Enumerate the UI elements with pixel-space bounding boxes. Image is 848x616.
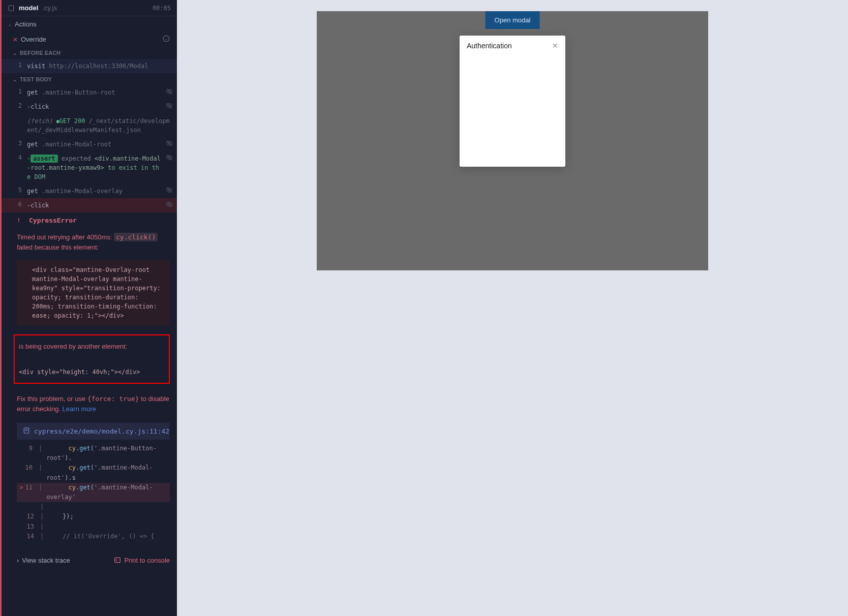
- command-row[interactable]: (fetch) ●GET 200 /_next/static/developme…: [2, 114, 177, 137]
- command-number: 1: [15, 88, 22, 95]
- command-row[interactable]: 5get .mantine-Modal-overlay: [2, 184, 177, 198]
- command-row[interactable]: 1 visit http://localhost:3300/Modal: [2, 59, 177, 73]
- line-number: 11: [23, 483, 35, 502]
- command-number: 3: [15, 140, 22, 147]
- line-number: 12: [24, 512, 36, 521]
- fetch-status: GET 200: [59, 117, 85, 125]
- command-row[interactable]: 3get .mantine-Modal-root: [2, 137, 177, 151]
- code-line: 14| // it('Override', () => {: [17, 532, 170, 541]
- print-to-console-button[interactable]: Print to console: [114, 557, 170, 564]
- chevron-down-icon: ⌄: [8, 21, 12, 27]
- line-code: cy.get('.mantine-Modal-overlay': [46, 483, 170, 502]
- visibility-icon[interactable]: [166, 154, 173, 163]
- visibility-icon[interactable]: [166, 187, 173, 195]
- command-keyword: get: [27, 89, 38, 96]
- covered-code: <div style="height: 40vh;"></div>: [19, 359, 165, 376]
- command-number: 2: [15, 102, 22, 109]
- file-name: model: [19, 4, 38, 12]
- error-mark: !: [17, 217, 24, 224]
- line-marker: [17, 444, 23, 463]
- line-code: [48, 502, 63, 512]
- visibility-icon[interactable]: [166, 88, 173, 97]
- command-arg: http://localhost:3300/Modal: [49, 63, 148, 70]
- error-element-code: <div class="mantine-Overlay-root mantine…: [17, 260, 170, 325]
- visibility-icon[interactable]: [166, 201, 173, 209]
- code-line: 9| cy.get('.mantine-Button-root').: [17, 444, 170, 463]
- actions-header[interactable]: ⌄ Actions: [2, 16, 177, 32]
- assert-badge: assert: [31, 155, 57, 163]
- file-icon: [23, 427, 30, 436]
- open-modal-button[interactable]: Open modal: [486, 11, 540, 29]
- error-code-lines: 9| cy.get('.mantine-Button-root').10| cy…: [17, 444, 170, 541]
- modal-title: Authentication: [467, 42, 512, 50]
- command-number: 1: [15, 61, 22, 69]
- command-number: 6: [15, 201, 22, 208]
- command-number: 5: [15, 187, 22, 194]
- chevron-right-icon: ›: [17, 557, 19, 564]
- override-row[interactable]: ✕ Override: [2, 32, 177, 47]
- test-body-label[interactable]: ⌄ TEST BODY: [2, 73, 177, 85]
- line-code: [48, 522, 63, 532]
- command-row[interactable]: 6-click: [2, 198, 177, 212]
- line-number: 10: [23, 463, 35, 482]
- command-row[interactable]: 2-click: [2, 100, 177, 114]
- command-arg: .mantine-Modal-root: [42, 141, 111, 148]
- error-title: CypressError: [29, 217, 77, 224]
- modal-header: Authentication ✕: [467, 42, 558, 50]
- command-keyword: -click: [27, 103, 49, 110]
- line-number: [24, 502, 36, 512]
- line-code: // it('Override', () => {: [48, 532, 155, 541]
- app-preview: Open modal Authentication ✕: [177, 0, 848, 616]
- error-message: Timed out retrying after 4050ms: cy.clic…: [2, 228, 177, 256]
- chevron-down-icon: ⌄: [13, 77, 17, 82]
- command-keyword: visit: [27, 63, 45, 70]
- error-file-location[interactable]: cypress/e2e/demo/model.cy.js:11:42: [17, 423, 170, 440]
- command-row[interactable]: 4-assert expected <div.mantine-Modal-roo…: [2, 151, 177, 184]
- line-code: cy.get('.mantine-Button-root').: [46, 444, 170, 463]
- command-keyword: get: [27, 141, 38, 148]
- line-marker: [17, 502, 24, 512]
- assert-expected: expected: [62, 155, 91, 162]
- visibility-icon[interactable]: [166, 102, 173, 111]
- command-arg: .mantine-Modal-overlay: [42, 188, 123, 195]
- error-title-row: ! CypressError: [2, 212, 177, 228]
- highlight-box: is being covered by another element: <di…: [14, 334, 170, 384]
- line-number: 9: [23, 444, 35, 463]
- cypress-sidebar: model .cy.js 00:05 ⌄ Actions ✕ Override …: [0, 0, 177, 616]
- close-icon: ✕: [552, 42, 558, 50]
- line-number: 14: [24, 532, 36, 541]
- line-marker: [17, 512, 24, 521]
- covered-text: is being covered by another element:: [19, 343, 165, 359]
- fetch-label: (fetch): [27, 117, 53, 125]
- info-icon[interactable]: [163, 35, 170, 44]
- before-each-label[interactable]: ⌄ BEFORE EACH: [2, 47, 177, 59]
- modal-dialog: Authentication ✕: [460, 36, 565, 167]
- file-ext: .cy.js: [42, 4, 57, 12]
- line-number: 13: [24, 522, 36, 532]
- actions-label: Actions: [15, 20, 37, 28]
- code-line: 13|: [17, 522, 170, 532]
- code-line: |: [17, 502, 170, 512]
- line-marker: [17, 463, 23, 482]
- file-icon: [8, 5, 15, 12]
- learn-more-link[interactable]: Learn more: [63, 405, 96, 413]
- error-footer: › View stack trace Print to console: [2, 549, 177, 571]
- command-keyword: -click: [27, 202, 49, 209]
- line-code: });: [48, 512, 74, 521]
- code-line: >11| cy.get('.mantine-Modal-overlay': [17, 483, 170, 502]
- command-keyword: get: [27, 188, 38, 195]
- preview-viewport[interactable]: Open modal Authentication ✕: [317, 11, 708, 270]
- command-arg: .mantine-Button-root: [42, 89, 115, 96]
- view-stack-trace-button[interactable]: › View stack trace: [17, 557, 70, 564]
- visibility-icon[interactable]: [166, 140, 173, 148]
- line-code: cy.get('.mantine-Modal-root').s: [46, 463, 170, 482]
- code-line: 12| });: [17, 512, 170, 521]
- sidebar-header: model .cy.js 00:05: [2, 0, 177, 16]
- x-icon: ✕: [13, 36, 18, 43]
- test-timer: 00:05: [153, 5, 171, 12]
- line-marker: [17, 532, 24, 541]
- modal-close-button[interactable]: ✕: [552, 42, 558, 50]
- fix-text: Fix this problem, or use {force: true} t…: [2, 389, 177, 419]
- line-marker: [17, 522, 24, 532]
- command-row[interactable]: 1get .mantine-Button-root: [2, 85, 177, 100]
